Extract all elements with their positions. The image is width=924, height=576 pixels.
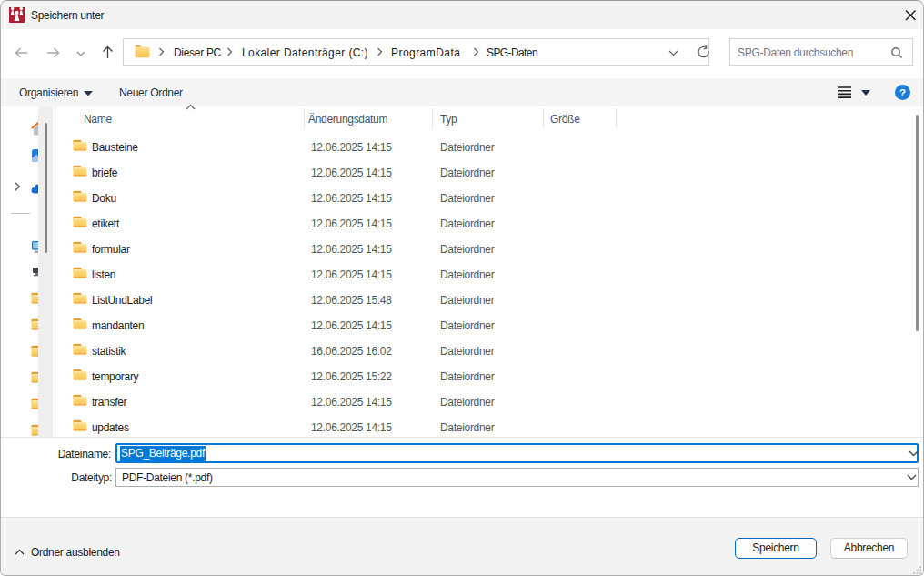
svg-text:?: ? (899, 87, 906, 98)
